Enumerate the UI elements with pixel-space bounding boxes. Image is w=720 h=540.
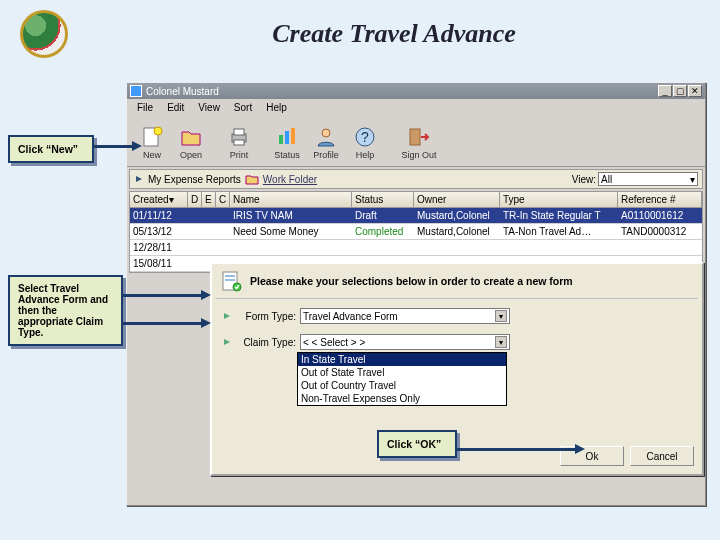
col-status[interactable]: Status (352, 192, 414, 207)
svg-rect-8 (291, 128, 295, 144)
svg-marker-13 (136, 176, 142, 182)
claim-option[interactable]: Out of State Travel (298, 366, 506, 379)
cell-name: IRIS TV NAM (230, 209, 352, 222)
menubar: File Edit View Sort Help (127, 99, 705, 116)
claim-type-value: < < Select > > (303, 337, 365, 348)
status-icon (275, 125, 299, 149)
arrow-to-claimtype (123, 322, 203, 325)
folder-icon (245, 173, 259, 185)
arrow-to-ok (457, 448, 577, 451)
open-label: Open (180, 150, 202, 160)
col-name[interactable]: Name (230, 192, 352, 207)
print-label: Print (230, 150, 249, 160)
open-icon (179, 125, 203, 149)
status-button[interactable]: Status (268, 120, 306, 160)
view-select[interactable]: All ▾ (598, 172, 698, 186)
cell-created: 01/11/12 (130, 209, 188, 222)
claim-type-select[interactable]: < < Select > > (300, 334, 510, 350)
svg-rect-15 (225, 275, 235, 277)
bullet-icon (222, 311, 232, 321)
col-ref[interactable]: Reference # (618, 192, 702, 207)
cell-type: TR-In State Regular T (500, 209, 618, 222)
col-c[interactable]: C (216, 192, 230, 207)
svg-marker-18 (224, 313, 230, 319)
svg-rect-12 (410, 129, 420, 145)
svg-rect-6 (279, 135, 283, 144)
cell-owner: Mustard,Colonel (414, 225, 500, 238)
caters-global-logo (20, 10, 68, 58)
svg-point-2 (154, 127, 162, 135)
close-button[interactable]: ✕ (688, 85, 702, 97)
form-type-label: Form Type: (236, 311, 296, 322)
svg-rect-4 (234, 129, 244, 135)
svg-point-9 (322, 129, 330, 137)
callout-ok: Click “OK” (377, 430, 457, 458)
page-title: Create Travel Advance (88, 19, 700, 49)
claim-option[interactable]: In State Travel (298, 353, 506, 366)
open-button[interactable]: Open (172, 120, 210, 160)
print-icon (227, 125, 251, 149)
table-row[interactable]: 01/11/12 IRIS TV NAM Draft Mustard,Colon… (130, 208, 702, 224)
bullet-icon (222, 337, 232, 347)
cell-created: 05/13/12 (130, 225, 188, 238)
profile-label: Profile (313, 150, 339, 160)
new-form-dialog: Please make your selections below in ord… (210, 262, 704, 476)
help-button[interactable]: ? Help (346, 120, 384, 160)
app-icon (130, 85, 142, 97)
grid-header: Created▾ D E C Name Status Owner Type Re… (129, 191, 703, 208)
menu-edit[interactable]: Edit (161, 101, 190, 114)
maximize-button[interactable]: ▢ (673, 85, 687, 97)
cell-created: 12/28/11 (130, 241, 188, 254)
cell-status: Completed (352, 225, 414, 238)
toolbar: New Open Print Status Profile ? Help Sig… (127, 116, 705, 167)
table-row[interactable]: 05/13/12 Need Some Money Completed Musta… (130, 224, 702, 240)
menu-file[interactable]: File (131, 101, 159, 114)
cell-ref: TAND0000312 (618, 225, 702, 238)
cell-name: Need Some Money (230, 225, 352, 238)
signout-button[interactable]: Sign Out (394, 120, 444, 160)
col-owner[interactable]: Owner (414, 192, 500, 207)
col-d[interactable]: D (188, 192, 202, 207)
cell-created: 15/08/11 (130, 257, 188, 270)
minimize-button[interactable]: _ (658, 85, 672, 97)
callout-select: Select Travel Advance Form and then the … (8, 275, 123, 346)
dialog-header: Please make your selections below in ord… (250, 275, 573, 287)
claim-option[interactable]: Out of Country Travel (298, 379, 506, 392)
new-button[interactable]: New (133, 120, 171, 160)
chevron-down-icon (495, 336, 507, 348)
pane-header: My Expense Reports Work Folder View: All… (129, 169, 703, 189)
svg-rect-5 (234, 140, 244, 145)
svg-rect-7 (285, 131, 289, 144)
cancel-button[interactable]: Cancel (630, 446, 694, 466)
profile-icon (314, 125, 338, 149)
signout-icon (407, 125, 431, 149)
work-folder[interactable]: Work Folder (263, 174, 317, 185)
svg-rect-16 (225, 279, 235, 281)
expand-icon[interactable] (134, 174, 144, 184)
claim-option[interactable]: Non-Travel Expenses Only (298, 392, 506, 405)
cell-status: Draft (352, 209, 414, 222)
svg-marker-19 (224, 339, 230, 345)
help-icon: ? (353, 125, 377, 149)
form-type-value: Travel Advance Form (303, 311, 398, 322)
form-icon (220, 270, 242, 292)
signout-label: Sign Out (401, 150, 436, 160)
form-type-select[interactable]: Travel Advance Form (300, 308, 510, 324)
table-row[interactable]: 12/28/11 (130, 240, 702, 256)
pane-title: My Expense Reports (148, 174, 241, 185)
chevron-down-icon: ▾ (690, 174, 695, 185)
menu-help[interactable]: Help (260, 101, 293, 114)
view-value: All (601, 174, 612, 185)
claim-type-listbox[interactable]: In State Travel Out of State Travel Out … (297, 352, 507, 406)
cell-owner: Mustard,Colonel (414, 209, 500, 222)
col-type[interactable]: Type (500, 192, 618, 207)
col-e[interactable]: E (202, 192, 216, 207)
menu-view[interactable]: View (192, 101, 226, 114)
arrow-to-new (94, 145, 134, 148)
new-label: New (143, 150, 161, 160)
print-button[interactable]: Print (220, 120, 258, 160)
col-created[interactable]: Created▾ (130, 192, 188, 207)
menu-sort[interactable]: Sort (228, 101, 258, 114)
profile-button[interactable]: Profile (307, 120, 345, 160)
titlebar: Colonel Mustard _ ▢ ✕ (127, 83, 705, 99)
